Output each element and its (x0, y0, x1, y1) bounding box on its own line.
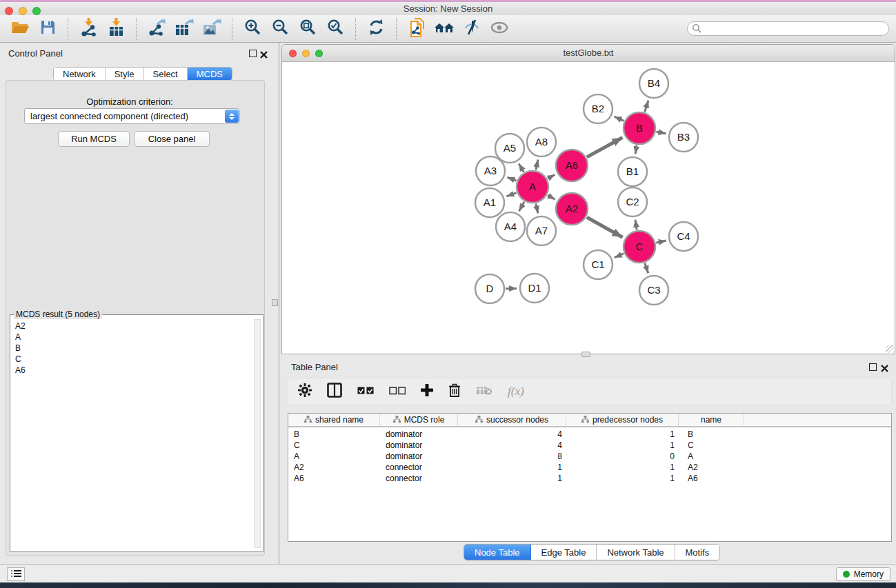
zoom-in-button[interactable] (242, 19, 263, 39)
result-item[interactable]: A6 (11, 365, 254, 376)
cell-predecessor-nodes[interactable]: 1 (566, 473, 679, 484)
graph-edge-B-B4[interactable] (645, 101, 648, 112)
cell-mcds-role[interactable]: dominator (380, 429, 458, 440)
graph-edge-A-A8[interactable] (536, 159, 538, 170)
add-column-button[interactable] (421, 384, 433, 399)
import-table-button[interactable] (106, 19, 126, 39)
hide-graphics-details-button[interactable] (461, 19, 482, 39)
memory-button[interactable]: Memory (836, 567, 890, 581)
column-header-name[interactable]: name (679, 414, 744, 426)
graph-edge-C-C2[interactable] (635, 220, 637, 230)
cell-name[interactable]: B (679, 429, 744, 440)
graph-edge-A-A5[interactable] (519, 163, 524, 172)
horizontal-splitter-grip[interactable] (581, 352, 590, 357)
zoom-out-button[interactable] (270, 19, 290, 39)
close-panel-icon[interactable] (260, 49, 268, 61)
cell-mcds-role[interactable]: connector (380, 473, 458, 484)
graph-edge-A6-B[interactable] (587, 138, 623, 157)
graph-edge-A-A6[interactable] (548, 174, 555, 179)
table-row[interactable]: C dominator 4 1 C (288, 440, 891, 451)
maximize-network-button[interactable] (315, 50, 323, 57)
window-controls[interactable] (5, 7, 41, 15)
function-builder-button[interactable]: f(x) (508, 385, 524, 398)
export-image-button[interactable] (201, 19, 222, 39)
column-header-shared-name[interactable]: shared name (288, 414, 380, 426)
cell-shared-name[interactable]: A2 (288, 462, 380, 473)
close-table-panel-icon[interactable] (881, 363, 888, 375)
cell-mcds-role[interactable]: dominator (380, 451, 458, 462)
mcds-result-list[interactable]: A2 A B C A6 (11, 321, 254, 376)
cell-shared-name[interactable]: A (288, 451, 380, 462)
maximize-window-button[interactable] (32, 7, 41, 15)
cell-shared-name[interactable]: C (288, 440, 380, 451)
network-resize-grip[interactable] (886, 345, 894, 353)
column-header-predecessor-nodes[interactable]: predecessor nodes (566, 414, 679, 426)
column-header-mcds-role[interactable]: MCDS role (380, 414, 458, 426)
graph-edge-C-C3[interactable] (645, 263, 648, 274)
column-header-successor-nodes[interactable]: successor nodes (458, 414, 566, 426)
save-session-button[interactable] (37, 19, 58, 39)
zoom-selected-button[interactable] (325, 19, 346, 39)
table-row[interactable]: B dominator 4 1 B (288, 429, 891, 440)
vertical-splitter-grip[interactable] (272, 299, 278, 306)
cell-successor-nodes[interactable]: 4 (458, 429, 566, 440)
cell-name[interactable]: A2 (679, 462, 744, 473)
tab-network[interactable]: Network (54, 68, 106, 80)
import-network-button[interactable] (78, 19, 99, 39)
result-item[interactable]: C (11, 354, 254, 365)
network-window-titlebar[interactable]: testGlobe.txt (282, 45, 895, 62)
export-network-button[interactable] (146, 19, 167, 39)
delete-column-button[interactable] (448, 383, 461, 401)
cell-name[interactable]: A (679, 451, 744, 462)
cell-predecessor-nodes[interactable]: 1 (566, 440, 679, 451)
network-canvas[interactable]: A5A8A3A6AA1A4A7A2B2B4BB3B1C2CC4C1C3DD1 (282, 62, 895, 354)
float-panel-icon[interactable] (249, 50, 257, 57)
cell-successor-nodes[interactable]: 4 (458, 440, 566, 451)
network-graph[interactable]: A5A8A3A6AA1A4A7A2B2B4BB3B1C2CC4C1C3DD1 (282, 62, 895, 354)
result-item[interactable]: A2 (11, 321, 254, 332)
result-item[interactable]: B (11, 343, 254, 354)
optimization-criterion-select[interactable]: largest connected component (directed) (24, 108, 240, 124)
tab-motifs[interactable]: Motifs (675, 545, 720, 560)
cell-shared-name[interactable]: A6 (288, 473, 380, 484)
tab-mcds[interactable]: MCDS (188, 68, 232, 80)
cell-predecessor-nodes[interactable]: 1 (566, 429, 679, 440)
cell-name[interactable]: A6 (679, 473, 744, 484)
graph-edge-C-C4[interactable] (656, 241, 666, 243)
minimize-window-button[interactable] (19, 7, 27, 15)
graph-edge-A2-C[interactable] (587, 217, 623, 237)
minimize-network-button[interactable] (302, 50, 310, 57)
graph-edge-B-B1[interactable] (635, 145, 637, 154)
close-window-button[interactable] (5, 7, 13, 15)
cell-successor-nodes[interactable]: 1 (458, 473, 566, 484)
task-history-button[interactable] (7, 567, 25, 581)
houses-icon[interactable] (434, 19, 455, 39)
tab-network-table[interactable]: Network Table (597, 545, 675, 560)
show-graphics-details-button[interactable] (489, 19, 510, 39)
tab-select[interactable]: Select (144, 68, 188, 80)
table-settings-button[interactable] (298, 383, 312, 400)
close-network-button[interactable] (289, 50, 297, 57)
cell-successor-nodes[interactable]: 8 (458, 451, 566, 462)
open-session-button[interactable] (10, 19, 30, 39)
new-network-from-selection-button[interactable] (406, 19, 427, 39)
float-table-panel-icon[interactable] (869, 363, 877, 371)
graph-edge-A-A4[interactable] (519, 202, 524, 211)
cell-predecessor-nodes[interactable]: 0 (566, 451, 679, 462)
result-item[interactable]: A (11, 332, 254, 343)
tab-edge-table[interactable]: Edge Table (531, 545, 597, 560)
graph-edge-A-A3[interactable] (507, 177, 516, 181)
network-window-controls[interactable] (289, 50, 323, 57)
delete-table-button[interactable] (476, 385, 492, 398)
graph-edge-A-A1[interactable] (506, 193, 516, 196)
graph-edge-A-A7[interactable] (536, 203, 538, 213)
table-row[interactable]: A2 connector 1 1 A2 (288, 462, 891, 473)
graph-edge-B-B3[interactable] (656, 132, 666, 134)
graph-edge-C-C1[interactable] (615, 254, 624, 258)
zoom-fit-button[interactable] (297, 19, 318, 39)
cell-mcds-role[interactable]: connector (380, 462, 458, 473)
select-all-button[interactable] (357, 385, 374, 398)
tab-style[interactable]: Style (106, 68, 144, 80)
cell-successor-nodes[interactable]: 1 (458, 462, 566, 473)
tab-node-table[interactable]: Node Table (464, 545, 531, 560)
